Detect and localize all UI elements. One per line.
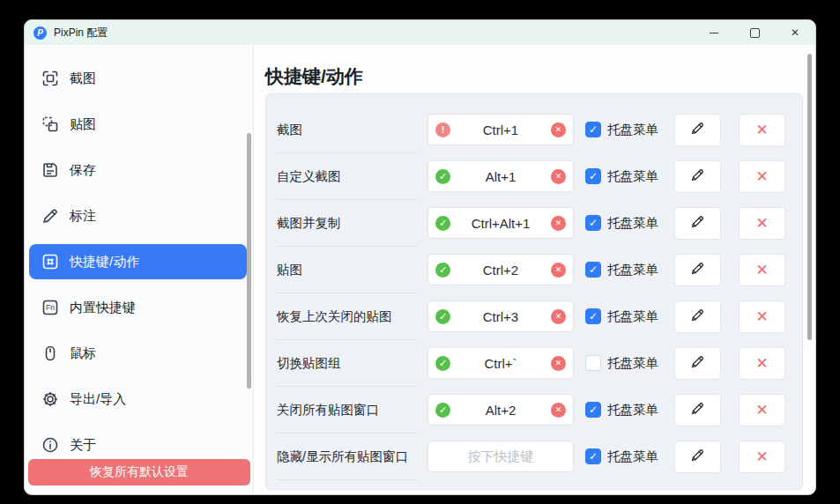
builtin-hotkey-icon: Fn bbox=[41, 299, 59, 316]
pencil-icon bbox=[690, 308, 705, 326]
edit-hotkey-button[interactable] bbox=[674, 114, 721, 146]
main-content: 快捷键/动作 截图 ! Ctrl+1 ✕ ✓ 托盘菜单 ✕ 自定义截图 ✓ Al… bbox=[254, 45, 815, 495]
hotkey-input[interactable]: ✓ Ctrl+Alt+1 ✕ bbox=[427, 207, 574, 239]
hotkey-status-icon: ✓ bbox=[435, 356, 450, 371]
about-icon bbox=[41, 436, 59, 454]
hotkey-clear-icon[interactable]: ✕ bbox=[551, 122, 566, 137]
hotkey-input[interactable]: ✓ Ctrl+2 ✕ bbox=[427, 254, 574, 285]
pencil-icon bbox=[690, 448, 705, 466]
hotkey-status-icon: ✓ bbox=[435, 169, 450, 184]
hotkey-input[interactable]: ✓ Ctrl+3 ✕ bbox=[427, 300, 574, 332]
hotkey-row: 自定义截图 ✓ Alt+1 ✕ ✓ 托盘菜单 ✕ bbox=[266, 153, 802, 200]
tray-checkbox[interactable]: ✓ bbox=[585, 168, 601, 184]
edit-hotkey-button[interactable] bbox=[674, 300, 721, 333]
tray-checkbox[interactable]: ✓ bbox=[585, 448, 601, 464]
hotkey-clear-icon[interactable]: ✕ bbox=[551, 403, 566, 418]
sidebar-item-5[interactable]: Fn 内置快捷键 bbox=[29, 290, 247, 325]
delete-hotkey-button[interactable]: ✕ bbox=[739, 160, 785, 193]
hotkey-clear-icon[interactable]: ✕ bbox=[551, 263, 566, 278]
hotkey-input[interactable]: ✓ Ctrl+` ✕ bbox=[427, 347, 574, 379]
screenshot-icon bbox=[41, 70, 59, 87]
action-label: 贴图 bbox=[277, 247, 418, 293]
hotkey-row: 隐藏/显示所有贴图窗口 按下快捷键 ✓ 托盘菜单 ✕ bbox=[266, 434, 802, 480]
delete-hotkey-button[interactable]: ✕ bbox=[739, 254, 785, 286]
minimize-button[interactable] bbox=[694, 20, 734, 45]
reset-defaults-button[interactable]: 恢复所有默认设置 bbox=[28, 459, 250, 485]
hotkey-clear-icon[interactable]: ✕ bbox=[551, 169, 566, 184]
tray-checkbox[interactable]: ✓ bbox=[585, 215, 601, 231]
delete-x-icon: ✕ bbox=[755, 309, 768, 324]
hotkey-row: 截图并复制 ✓ Ctrl+Alt+1 ✕ ✓ 托盘菜单 ✕ bbox=[266, 200, 802, 247]
minimize-icon bbox=[710, 33, 718, 33]
sidebar-item-7[interactable]: 导出/导入 bbox=[29, 382, 247, 417]
edit-hotkey-button[interactable] bbox=[674, 254, 721, 286]
delete-x-icon: ✕ bbox=[755, 449, 768, 464]
delete-hotkey-button[interactable]: ✕ bbox=[739, 394, 785, 426]
sidebar: 截图 贴图 保存 标注 快捷键/动作 Fn 内置快捷键 鼠标 导出/导入 关于 … bbox=[25, 45, 254, 495]
sidebar-item-6[interactable]: 鼠标 bbox=[29, 336, 247, 371]
mouse-icon bbox=[41, 345, 59, 362]
close-button[interactable]: ✕ bbox=[775, 20, 815, 45]
pencil-icon bbox=[690, 261, 705, 279]
hotkey-status-icon: ✓ bbox=[435, 403, 450, 418]
sidebar-item-1[interactable]: 贴图 bbox=[29, 107, 247, 142]
edit-hotkey-button[interactable] bbox=[674, 160, 721, 193]
sidebar-item-0[interactable]: 截图 bbox=[29, 61, 247, 96]
sidebar-item-8[interactable]: 关于 bbox=[29, 427, 247, 463]
hotkey-clear-icon[interactable]: ✕ bbox=[551, 309, 566, 324]
close-icon: ✕ bbox=[791, 27, 799, 38]
hotkey-value: Ctrl+Alt+1 bbox=[450, 216, 551, 231]
hotkey-row: 截图 ! Ctrl+1 ✕ ✓ 托盘菜单 ✕ bbox=[266, 107, 802, 153]
delete-x-icon: ✕ bbox=[755, 216, 768, 231]
pixpin-config-window: P PixPin 配置 ✕ 截图 贴图 保存 标注 快捷键/动作 Fn 内置快捷… bbox=[24, 19, 816, 495]
sidebar-item-4[interactable]: 快捷键/动作 bbox=[29, 244, 247, 279]
annotate-icon bbox=[41, 207, 59, 225]
action-label: 自定义截图 bbox=[277, 153, 418, 200]
tray-checkbox[interactable]: ✓ bbox=[585, 402, 601, 418]
edit-hotkey-button[interactable] bbox=[674, 347, 721, 380]
tray-label: 托盘菜单 bbox=[607, 107, 658, 153]
sidebar-scrollbar[interactable] bbox=[247, 133, 251, 389]
tray-checkbox[interactable] bbox=[585, 355, 601, 371]
sidebar-item-label: 快捷键/动作 bbox=[70, 254, 139, 271]
hotkey-status-icon: ✓ bbox=[435, 216, 450, 231]
export-import-icon bbox=[41, 390, 59, 408]
main-scrollbar[interactable] bbox=[807, 54, 812, 340]
tray-label: 托盘菜单 bbox=[607, 387, 658, 434]
tray-checkbox[interactable]: ✓ bbox=[585, 308, 601, 324]
hotkey-status-icon: ✓ bbox=[435, 263, 450, 278]
pencil-icon bbox=[690, 214, 705, 233]
tray-checkbox[interactable]: ✓ bbox=[585, 122, 601, 137]
tray-label: 托盘菜单 bbox=[607, 293, 658, 340]
delete-x-icon: ✕ bbox=[755, 403, 768, 418]
hotkey-clear-icon[interactable]: ✕ bbox=[551, 356, 566, 371]
edit-hotkey-button[interactable] bbox=[674, 207, 721, 240]
hotkey-panel: 截图 ! Ctrl+1 ✕ ✓ 托盘菜单 ✕ 自定义截图 ✓ Alt+1 ✕ ✓… bbox=[265, 93, 803, 490]
delete-hotkey-button[interactable]: ✕ bbox=[739, 347, 785, 380]
sidebar-item-2[interactable]: 保存 bbox=[29, 152, 247, 188]
window-body: 截图 贴图 保存 标注 快捷键/动作 Fn 内置快捷键 鼠标 导出/导入 关于 … bbox=[25, 45, 815, 495]
delete-hotkey-button[interactable]: ✕ bbox=[739, 114, 785, 146]
hotkey-input[interactable]: ✓ Alt+2 ✕ bbox=[427, 394, 574, 426]
hotkey-clear-icon[interactable]: ✕ bbox=[551, 216, 566, 231]
delete-hotkey-button[interactable]: ✕ bbox=[739, 441, 785, 473]
hotkey-input[interactable]: ! Ctrl+1 ✕ bbox=[427, 114, 574, 145]
hotkey-value: Ctrl+3 bbox=[450, 309, 551, 324]
sidebar-item-3[interactable]: 标注 bbox=[29, 198, 247, 233]
edit-hotkey-button[interactable] bbox=[674, 441, 721, 473]
hotkey-row: 关闭所有贴图窗口 ✓ Alt+2 ✕ ✓ 托盘菜单 ✕ bbox=[266, 387, 802, 434]
delete-x-icon: ✕ bbox=[755, 169, 768, 184]
delete-hotkey-button[interactable]: ✕ bbox=[739, 207, 785, 240]
action-label: 恢复上次关闭的贴图 bbox=[277, 293, 418, 340]
delete-hotkey-button[interactable]: ✕ bbox=[739, 300, 785, 333]
sidebar-item-label: 导出/导入 bbox=[70, 391, 126, 408]
hotkey-value: Alt+1 bbox=[450, 169, 551, 184]
hotkey-value: Alt+2 bbox=[450, 403, 551, 418]
edit-hotkey-button[interactable] bbox=[674, 394, 721, 426]
svg-text:Fn: Fn bbox=[46, 303, 55, 312]
maximize-button[interactable] bbox=[734, 20, 775, 45]
hotkey-input[interactable]: ✓ Alt+1 ✕ bbox=[427, 160, 574, 192]
hotkey-input[interactable]: 按下快捷键 bbox=[427, 441, 574, 472]
tray-checkbox[interactable]: ✓ bbox=[585, 262, 601, 278]
tray-label: 托盘菜单 bbox=[607, 200, 658, 247]
